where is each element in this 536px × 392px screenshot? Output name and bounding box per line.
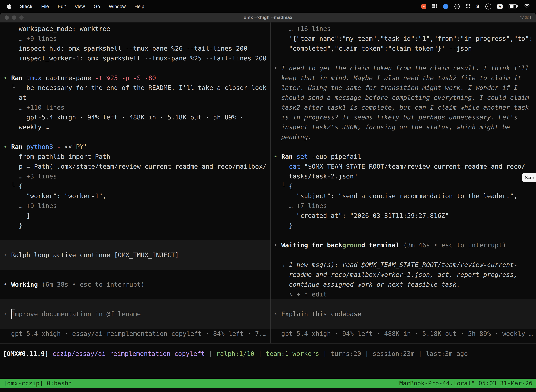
text-segment: … +7 lines (274, 202, 327, 209)
text-segment: "completed","claim_token":"claim-token"}… (274, 45, 472, 52)
menu-help[interactable]: Help (134, 4, 144, 9)
terminal-line: tasks/task-2.json" (271, 171, 536, 181)
text-segment: at (4, 94, 26, 101)
text-segment: workspace_mode: worktree (4, 25, 110, 32)
battery-icon[interactable] (509, 4, 517, 9)
menu-items: FileEditViewGoWindowHelp (41, 4, 144, 9)
menu-edit[interactable]: Edit (58, 4, 66, 9)
terminal-line: p = Path('.omx/state/team/review-current… (0, 162, 270, 171)
app-grid-icon[interactable] (432, 3, 437, 9)
menu-file[interactable]: File (41, 4, 49, 9)
terminal-line: gpt-5.4 xhigh · essay/ai-reimplementatio… (0, 329, 270, 339)
menu-view[interactable]: View (75, 4, 85, 9)
app-8-icon[interactable]: 8 (476, 4, 479, 9)
screenshot-notification[interactable]: Scre (522, 173, 536, 182)
text-segment: | (205, 350, 216, 357)
terminal-line: later. Using the same for transition mig… (271, 83, 536, 93)
terminal-line: task2 after task1 is complete, but can I… (271, 103, 536, 112)
blank-line (271, 230, 536, 240)
text-segment: "subject": "send a concise recommendatio… (274, 192, 517, 200)
terminal-line: ] (0, 211, 270, 221)
blank-line (0, 230, 270, 240)
blank-line (0, 132, 270, 142)
text-segment: 'PY' (72, 143, 87, 150)
text-segment: ralph:1/10 (216, 350, 254, 357)
text-segment: | (361, 350, 373, 357)
wifi-icon[interactable] (524, 3, 530, 9)
terminal-line: ⌥ + ↑ edit (271, 289, 536, 299)
text-segment: 1 new msg(s): read $OMX_TEAM_STATE_ROOT/… (289, 261, 517, 268)
text-segment: "$OMX_TEAM_STATE_ROOT/team/review-curren… (304, 163, 525, 170)
text-segment: • (4, 281, 11, 288)
text-segment: last:3m ago (426, 350, 468, 357)
text-segment: task2 after task1 is complete, but can I… (274, 104, 529, 111)
text-segment: "worker": "worker-1", (4, 192, 106, 200)
text-segment: cat (289, 163, 304, 170)
composer-input[interactable]: › Improve documentation in @filename (0, 299, 270, 329)
screen: Slack FileEditViewGoWindowHelp (0, 0, 536, 392)
text-segment: ↳ (274, 261, 289, 268)
text-segment: turns:20 (330, 350, 361, 357)
input-source-icon[interactable]: A (497, 4, 502, 9)
text-segment: - (57, 143, 65, 150)
text-segment: … +16 lines (274, 25, 331, 32)
battery-percent-badge[interactable]: 61 (485, 3, 491, 9)
apple-menu-icon[interactable] (6, 3, 11, 9)
text-segment: -t %25 -p -S -80 (95, 74, 156, 81)
text-segment: └ (4, 182, 19, 190)
window-shortcut-hint: ⌥⌘1 (519, 13, 532, 22)
text-segment: … +9 lines (4, 35, 57, 42)
text-segment: ⌥ + ↑ edit (274, 290, 327, 298)
window-title-bar: omx --xhigh --madmax ⌥⌘1 (0, 13, 536, 23)
text-segment: readme-and-reco/mailbox/worker-1.json, a… (274, 271, 517, 278)
omx-status-line: [OMX#0.11.9] cczip/essay/ai-reimplementa… (3, 349, 468, 359)
text-segment: … +3 lines (4, 173, 57, 180)
text-segment: [OMX#0.11.9] (3, 350, 48, 357)
blank-line (271, 250, 536, 260)
blank-line (0, 63, 270, 73)
tmux-status-bar: [omx-cczip] 0:bash* "MacBook-Pro-44.loca… (0, 379, 536, 388)
terminal-line: • Waiting for background terminal (3m 46… (271, 240, 536, 250)
text-segment (48, 350, 53, 357)
text-segment: be necessary for the end of the README. … (26, 84, 266, 91)
text-segment: gpt-5.4 xhigh · 94% left · 488K in · 5.1… (274, 330, 533, 337)
dots-grid-icon[interactable] (466, 4, 470, 9)
dark-circle-app-icon[interactable] (455, 4, 460, 9)
tmux-pane-divider[interactable] (270, 23, 271, 343)
terminal-line: pending. (271, 132, 536, 142)
terminal-line: "worker": "worker-1", (0, 191, 270, 201)
terminal-line: inspect_worker-1: omx sparkshell --tmux-… (0, 53, 270, 63)
text-segment: (3m 46s • esc to interrupt) (403, 241, 506, 249)
text-segment: { (19, 182, 23, 190)
terminal-line: } (0, 221, 270, 230)
terminal-line: └ { (0, 181, 270, 191)
blue-app-icon[interactable] (443, 4, 448, 9)
app-menu-slack[interactable]: Slack (20, 4, 33, 9)
terminal-line: keep that in mind. Maybe I also need the… (271, 73, 536, 83)
terminal-line: workspace_mode: worktree (0, 24, 270, 34)
text-segment: Explain this codebase (281, 309, 361, 319)
terminal-line: weekly … (0, 122, 270, 132)
terminal-line: … +7 lines (271, 201, 536, 211)
text-segment: inspect_worker-1: omx sparkshell --tmux-… (4, 54, 267, 62)
terminal-line: readme-and-reco/mailbox/worker-1.json, a… (271, 270, 536, 280)
terminal-line: '{"team_name":"my-team","task_id":"1","f… (271, 34, 536, 44)
text-segment: | (254, 350, 266, 357)
terminal-line: └ { (271, 181, 536, 191)
terminal-line: • Working (6m 38s • esc to interrupt) (0, 280, 270, 289)
text-segment: python3 (26, 143, 57, 150)
menu-bar: Slack FileEditViewGoWindowHelp (0, 0, 536, 13)
terminal-line: should send a message before completing … (271, 93, 536, 103)
blank-line (271, 53, 536, 63)
menu-window[interactable]: Window (109, 4, 126, 9)
menu-bar-left: Slack FileEditViewGoWindowHelp (0, 3, 144, 9)
terminal-line: "subject": "send a concise recommendatio… (271, 191, 536, 201)
terminal-line: "created_at": "2026-03-31T11:59:27.816Z" (271, 211, 536, 221)
menu-go[interactable]: Go (94, 4, 100, 9)
text-segment: later. Using the same for transition mig… (274, 84, 517, 91)
terminal-line: from pathlib import Path (0, 152, 270, 162)
composer-suggestion[interactable]: › Explain this codebase (271, 299, 536, 329)
screen-recording-indicator-icon[interactable] (421, 4, 426, 9)
text-segment: inspect task2's JSON, focusing on the st… (274, 123, 510, 131)
blank-line (271, 142, 536, 152)
